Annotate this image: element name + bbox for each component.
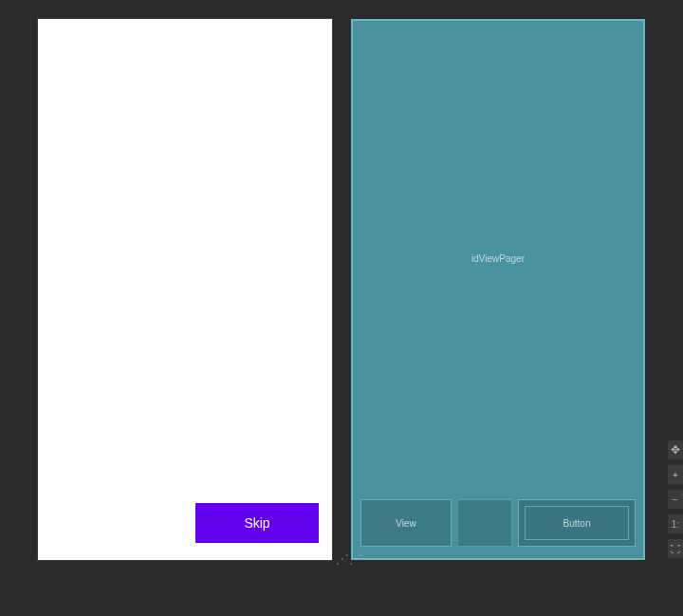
blueprint-button-inner: Button — [525, 506, 629, 540]
design-surface[interactable]: Skip — [38, 19, 332, 560]
blueprint-view-slot[interactable]: View — [360, 499, 452, 547]
blueprint-button-label: Button — [563, 518, 591, 529]
design-preview-frame: Skip — [38, 19, 332, 560]
zoom-toolbar: ✥ + − 1: ⛶ — [666, 437, 683, 562]
blueprint-view-label: View — [396, 518, 416, 529]
blueprint-button-slot[interactable]: Button — [518, 499, 636, 547]
pan-tool-button[interactable]: ✥ — [668, 440, 683, 459]
blueprint-preview-frame: idViewPager View Button — [351, 19, 645, 560]
zoom-fit-button[interactable]: ⛶ — [668, 539, 683, 558]
blueprint-viewpager-label: idViewPager — [471, 253, 525, 264]
blueprint-surface[interactable]: idViewPager View Button — [351, 19, 645, 560]
skip-button[interactable]: Skip — [195, 503, 319, 543]
blueprint-bottom-bar: View Button — [360, 499, 636, 547]
zoom-in-button[interactable]: + — [668, 465, 683, 484]
zoom-scale-button[interactable]: 1: — [668, 514, 683, 533]
zoom-out-button[interactable]: − — [668, 490, 683, 509]
blueprint-viewpager[interactable]: idViewPager View Button — [352, 20, 644, 559]
blueprint-spacer[interactable] — [457, 499, 512, 547]
layout-editor-canvas: Skip idViewPager View Button — [0, 0, 683, 616]
